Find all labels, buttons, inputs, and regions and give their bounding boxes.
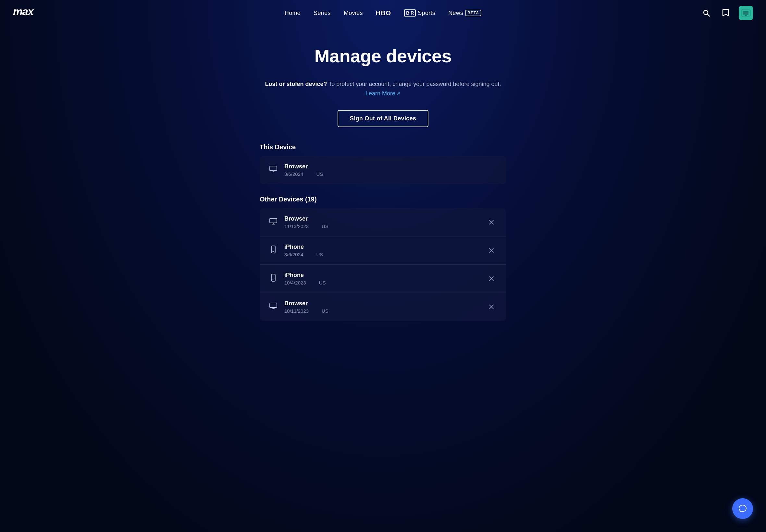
svg-text:max: max bbox=[13, 6, 34, 18]
device-meta: 10/11/2023 US bbox=[284, 308, 486, 314]
notice-body: To protect your account, change your pas… bbox=[328, 81, 501, 87]
device-name: Browser bbox=[284, 215, 486, 222]
nav-news-label: News bbox=[448, 10, 463, 17]
beta-badge: BETA bbox=[465, 10, 481, 16]
device-row: Browser 11/13/2023 US bbox=[260, 208, 506, 236]
device-date: 10/4/2023 bbox=[284, 280, 306, 285]
device-row: Browser 10/11/2023 US bbox=[260, 293, 506, 321]
device-meta: 10/4/2023 US bbox=[284, 280, 486, 285]
device-meta: 11/13/2023 US bbox=[284, 224, 486, 229]
remove-device-button[interactable] bbox=[486, 245, 497, 256]
device-row: iPhone 3/6/2024 US bbox=[260, 236, 506, 265]
svg-rect-4 bbox=[743, 11, 748, 15]
nav-sports-label: Sports bbox=[418, 10, 435, 17]
device-meta: 3/6/2024 US bbox=[284, 171, 497, 177]
nav-home[interactable]: Home bbox=[285, 10, 300, 17]
device-info: Browser 11/13/2023 US bbox=[284, 215, 486, 229]
device-date: 10/11/2023 bbox=[284, 308, 309, 314]
logo[interactable]: max bbox=[13, 5, 39, 21]
svg-line-2 bbox=[708, 14, 710, 17]
phone-icon bbox=[269, 246, 278, 255]
profile-avatar[interactable] bbox=[739, 6, 753, 20]
monitor-icon bbox=[269, 303, 278, 311]
monitor-icon bbox=[269, 218, 278, 226]
device-info: Browser 10/11/2023 US bbox=[284, 300, 486, 314]
nav-news[interactable]: News BETA bbox=[448, 10, 481, 17]
device-region: US bbox=[319, 280, 326, 285]
header: max Home Series Movies HBO B·R Sports Ne… bbox=[0, 0, 766, 26]
main-content: Manage devices Lost or stolen device? To… bbox=[253, 26, 513, 345]
device-region: US bbox=[322, 308, 328, 314]
nav-series[interactable]: Series bbox=[313, 10, 331, 17]
other-devices-title: Other Devices (19) bbox=[260, 196, 506, 203]
header-icons bbox=[700, 6, 753, 20]
device-info: iPhone 3/6/2024 US bbox=[284, 244, 486, 257]
notice-text: Lost or stolen device? To protect your a… bbox=[260, 79, 506, 98]
svg-rect-6 bbox=[744, 16, 748, 17]
svg-rect-7 bbox=[270, 166, 277, 171]
this-device-title: This Device bbox=[260, 143, 506, 151]
sign-out-all-button[interactable]: Sign Out of All Devices bbox=[337, 110, 429, 127]
device-name: iPhone bbox=[284, 272, 486, 279]
svg-rect-10 bbox=[270, 218, 277, 223]
phone-icon bbox=[269, 274, 278, 284]
main-nav: Home Series Movies HBO B·R Sports News B… bbox=[285, 9, 481, 17]
br-badge: B·R bbox=[404, 9, 416, 17]
other-devices-section: Other Devices (19) Browser 11/13/2023 US bbox=[260, 196, 506, 321]
nav-br-sports[interactable]: B·R Sports bbox=[404, 9, 435, 17]
device-name: Browser bbox=[284, 300, 486, 307]
device-date: 3/6/2024 bbox=[284, 252, 303, 257]
chat-button[interactable] bbox=[732, 498, 753, 519]
nav-movies[interactable]: Movies bbox=[344, 10, 363, 17]
other-devices-card: Browser 11/13/2023 US bbox=[260, 208, 506, 321]
this-device-card: Browser 3/6/2024 US bbox=[260, 156, 506, 184]
device-region: US bbox=[322, 224, 328, 229]
device-name: iPhone bbox=[284, 244, 486, 250]
page-title: Manage devices bbox=[260, 45, 506, 67]
notice-strong: Lost or stolen device? bbox=[265, 81, 327, 87]
svg-rect-23 bbox=[270, 303, 277, 308]
device-date: 11/13/2023 bbox=[284, 224, 309, 229]
this-device-section: This Device Browser 3/6/2024 US bbox=[260, 143, 506, 184]
device-region: US bbox=[316, 171, 323, 177]
remove-device-button[interactable] bbox=[486, 273, 497, 284]
device-name: Browser bbox=[284, 163, 497, 170]
svg-rect-5 bbox=[745, 15, 747, 16]
learn-more-link[interactable]: Learn More bbox=[365, 89, 401, 98]
device-meta: 3/6/2024 US bbox=[284, 252, 486, 257]
search-button[interactable] bbox=[700, 6, 713, 19]
remove-device-button[interactable] bbox=[486, 301, 497, 313]
monitor-icon bbox=[269, 166, 278, 174]
device-region: US bbox=[316, 252, 323, 257]
bookmark-button[interactable] bbox=[719, 6, 732, 19]
device-row: Browser 3/6/2024 US bbox=[260, 156, 506, 184]
device-row: iPhone 10/4/2023 US bbox=[260, 265, 506, 293]
remove-device-button[interactable] bbox=[486, 216, 497, 228]
nav-hbo[interactable]: HBO bbox=[376, 9, 391, 17]
device-info: iPhone 10/4/2023 US bbox=[284, 272, 486, 285]
device-info: Browser 3/6/2024 US bbox=[284, 163, 497, 177]
device-date: 3/6/2024 bbox=[284, 171, 303, 177]
